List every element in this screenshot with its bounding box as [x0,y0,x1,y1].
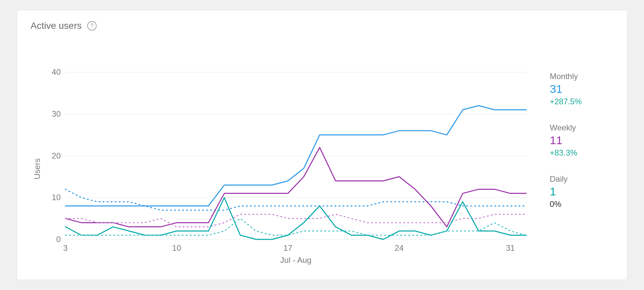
legend-delta-monthly: +287.5% [550,97,613,106]
legend-item-weekly[interactable]: Weekly 11 +83.3% [550,123,613,158]
svg-text:10: 10 [52,193,61,202]
line-chart[interactable]: 010203040310172431Jul - Aug [42,35,533,266]
legend-value-daily: 1 [550,185,613,198]
legend-label-daily: Daily [550,174,613,184]
chart-area: Users 010203040310172431Jul - Aug [31,35,533,266]
card-title: Active users [31,20,82,31]
svg-text:17: 17 [283,243,292,252]
svg-text:Jul - Aug: Jul - Aug [280,255,311,265]
svg-text:20: 20 [52,151,61,160]
legend-label-monthly: Monthly [550,72,613,81]
legend-delta-daily: 0% [550,199,613,209]
help-icon[interactable]: ? [87,21,97,31]
legend-delta-weekly: +83.3% [550,148,613,158]
legend-item-monthly[interactable]: Monthly 31 +287.5% [550,72,613,106]
legend-value-weekly: 11 [550,134,613,147]
y-axis-label: Users [31,35,42,266]
svg-text:30: 30 [52,109,61,118]
svg-text:0: 0 [56,235,61,244]
svg-text:3: 3 [63,243,67,252]
card-body: Users 010203040310172431Jul - Aug Monthl… [31,35,613,266]
svg-text:24: 24 [395,243,404,252]
active-users-card: Active users ? Users 010203040310172431J… [17,10,627,280]
legend-label-weekly: Weekly [550,123,613,132]
svg-text:10: 10 [172,243,181,252]
legend-value-monthly: 31 [550,82,613,96]
legend-panel: Monthly 31 +287.5% Weekly 11 +83.3% Dail… [550,35,613,266]
svg-text:31: 31 [506,243,515,252]
card-header: Active users ? [31,20,613,31]
legend-item-daily[interactable]: Daily 1 0% [550,174,613,209]
svg-text:40: 40 [52,67,61,76]
